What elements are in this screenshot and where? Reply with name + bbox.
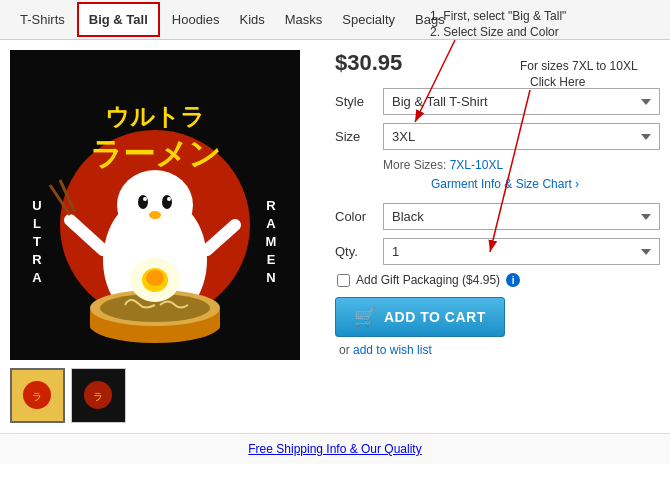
add-to-cart-label: ADD TO CART bbox=[384, 309, 486, 325]
svg-point-19 bbox=[167, 197, 171, 201]
gift-packaging-label: Add Gift Packaging ($4.95) bbox=[356, 273, 500, 287]
gift-packaging-area: Add Gift Packaging ($4.95) i bbox=[337, 273, 660, 287]
gift-info-icon[interactable]: i bbox=[506, 273, 520, 287]
nav-bags[interactable]: Bags bbox=[405, 4, 455, 35]
nav-tshirts[interactable]: T-Shirts bbox=[10, 4, 75, 35]
size-row: Size 3XL 4XL 5XL 6XL bbox=[335, 123, 660, 150]
product-image-area: ウルトラ ラーメン U L T R A R A M E N bbox=[10, 50, 320, 423]
qty-row: Qty. 1 2 3 4 5 bbox=[335, 238, 660, 265]
size-label: Size bbox=[335, 129, 383, 144]
svg-text:M: M bbox=[266, 234, 279, 249]
navigation-bar: T-Shirts Big & Tall Hoodies Kids Masks S… bbox=[0, 0, 670, 40]
svg-text:E: E bbox=[267, 252, 278, 267]
product-price: $30.95 bbox=[335, 50, 660, 76]
more-sizes-prefix: More Sizes: bbox=[383, 158, 450, 172]
svg-point-18 bbox=[143, 197, 147, 201]
svg-point-20 bbox=[149, 211, 161, 219]
thumbnail-row: ラ ラ bbox=[10, 368, 320, 423]
svg-text:A: A bbox=[266, 216, 277, 231]
size-select[interactable]: 3XL 4XL 5XL 6XL bbox=[383, 123, 660, 150]
more-sizes-link[interactable]: 7XL-10XL bbox=[450, 158, 503, 172]
svg-text:N: N bbox=[266, 270, 277, 285]
color-row: Color Black Navy White Red bbox=[335, 203, 660, 230]
svg-point-15 bbox=[117, 170, 193, 240]
color-select[interactable]: Black Navy White Red bbox=[383, 203, 660, 230]
svg-text:R: R bbox=[266, 198, 277, 213]
style-label: Style bbox=[335, 94, 383, 109]
nav-masks[interactable]: Masks bbox=[275, 4, 333, 35]
gift-packaging-checkbox[interactable] bbox=[337, 274, 350, 287]
svg-text:ラーメン: ラーメン bbox=[90, 136, 221, 172]
main-content: ウルトラ ラーメン U L T R A R A M E N bbox=[0, 40, 670, 433]
wish-list-link[interactable]: add to wish list bbox=[353, 343, 432, 357]
garment-info-link[interactable]: Garment Info & Size Chart › bbox=[431, 177, 579, 191]
main-product-image: ウルトラ ラーメン U L T R A R A M E N bbox=[10, 50, 300, 360]
nav-kids[interactable]: Kids bbox=[229, 4, 274, 35]
svg-text:A: A bbox=[32, 270, 43, 285]
svg-text:ラ: ラ bbox=[32, 391, 42, 402]
thumbnail-black[interactable]: ラ bbox=[71, 368, 126, 423]
wish-list-area: or add to wish list bbox=[339, 343, 660, 357]
svg-text:R: R bbox=[32, 252, 43, 267]
svg-text:T: T bbox=[33, 234, 43, 249]
add-to-cart-button[interactable]: 🛒 ADD TO CART bbox=[335, 297, 505, 337]
color-label: Color bbox=[335, 209, 383, 224]
style-row: Style Big & Tall T-Shirt Standard T-Shir… bbox=[335, 88, 660, 115]
thumbnail-color[interactable]: ラ bbox=[10, 368, 65, 423]
svg-text:L: L bbox=[33, 216, 43, 231]
nav-hoodies[interactable]: Hoodies bbox=[162, 4, 230, 35]
more-sizes-area: More Sizes: 7XL-10XL bbox=[383, 158, 660, 172]
free-shipping-link[interactable]: Free Shipping Info & Our Quality bbox=[248, 442, 421, 456]
qty-label: Qty. bbox=[335, 244, 383, 259]
svg-point-16 bbox=[138, 195, 148, 209]
svg-point-17 bbox=[162, 195, 172, 209]
svg-text:U: U bbox=[32, 198, 43, 213]
nav-big-tall[interactable]: Big & Tall bbox=[77, 2, 160, 37]
nav-specialty[interactable]: Specialty bbox=[332, 4, 405, 35]
product-details: $30.95 Style Big & Tall T-Shirt Standard… bbox=[320, 50, 660, 423]
svg-text:ウルトラ: ウルトラ bbox=[105, 104, 205, 130]
qty-select[interactable]: 1 2 3 4 5 bbox=[383, 238, 660, 265]
free-shipping-bar: Free Shipping Info & Our Quality bbox=[0, 433, 670, 464]
style-select[interactable]: Big & Tall T-Shirt Standard T-Shirt bbox=[383, 88, 660, 115]
wish-list-prefix: or bbox=[339, 343, 353, 357]
svg-text:ラ: ラ bbox=[93, 391, 103, 402]
svg-point-31 bbox=[146, 270, 164, 286]
cart-icon: 🛒 bbox=[354, 306, 376, 328]
